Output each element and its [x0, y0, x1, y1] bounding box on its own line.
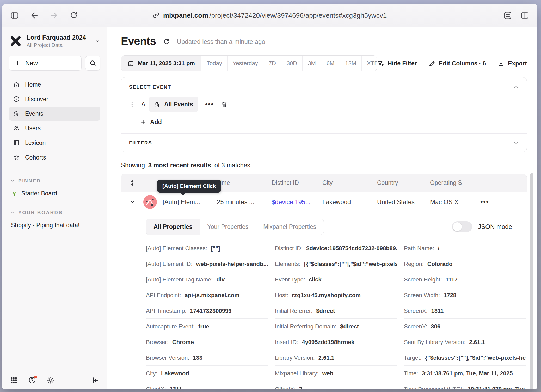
- sidebar-item-label: Events: [25, 110, 43, 117]
- range-12m[interactable]: 12M: [340, 56, 362, 71]
- add-event-button[interactable]: Add: [140, 119, 519, 126]
- workspace-subtitle: All Project Data: [27, 42, 90, 48]
- json-mode-label: JSON mode: [478, 223, 512, 230]
- property-value-link[interactable]: $device:1958754cdd7232-098b89...: [306, 245, 397, 252]
- forward-icon[interactable]: [50, 11, 59, 20]
- column-header-country[interactable]: Country: [377, 179, 430, 186]
- row-country: United States: [377, 198, 430, 206]
- event-selector-chip[interactable]: All Events: [149, 97, 198, 112]
- row-menu-icon[interactable]: •••: [473, 198, 496, 206]
- sidebar-item-label: Home: [25, 81, 41, 88]
- row-expander-chevron-icon[interactable]: [130, 199, 135, 205]
- chevron-down-icon[interactable]: [513, 140, 519, 146]
- property-label: Browser Version:: [146, 354, 189, 361]
- property-label: Path Name:: [404, 245, 434, 252]
- search-button[interactable]: [85, 56, 100, 71]
- column-header-time[interactable]: Time: [217, 179, 272, 186]
- property-value-link[interactable]: rzq1xu-f5.myshopify.com: [292, 292, 361, 299]
- chevron-up-icon[interactable]: [513, 84, 519, 90]
- range-30d[interactable]: 30D: [281, 56, 303, 71]
- drag-handle-icon[interactable]: [129, 101, 135, 108]
- json-mode-toggle[interactable]: [452, 221, 472, 232]
- refresh-icon[interactable]: [163, 38, 170, 45]
- row-event-name: [Auto] Elem...: [163, 198, 200, 206]
- row-city: Lakewood: [322, 198, 377, 206]
- column-header-city[interactable]: City: [322, 179, 377, 186]
- property-row: Target:{"$classes":[""],"$id":"web-pixel…: [404, 350, 526, 366]
- property-label: [Auto] Element Tag Name:: [146, 276, 213, 283]
- range-label: 6M: [327, 60, 335, 67]
- gear-icon[interactable]: [47, 376, 55, 384]
- column-header-distinct-id[interactable]: Distinct ID: [272, 179, 322, 186]
- trash-icon[interactable]: [221, 101, 228, 108]
- sidebar-item-home[interactable]: Home: [9, 77, 100, 91]
- new-button[interactable]: New: [9, 56, 82, 71]
- property-label: API Timestamp:: [146, 308, 186, 314]
- pinned-section-header[interactable]: PINNED: [9, 175, 100, 187]
- sidebar-item-starter-board[interactable]: Starter Board: [9, 187, 100, 200]
- your-boards-header-label: YOUR BOARDS: [18, 210, 63, 216]
- sidebar-item-users[interactable]: Users: [9, 121, 100, 135]
- property-row: API Endpoint:api-js.mixpanel.com: [146, 287, 268, 303]
- row-distinct-id-link[interactable]: $device:195...: [272, 198, 322, 206]
- reload-icon[interactable]: [69, 11, 78, 20]
- controls-row: Mar 11, 2025 3:31 pm Today Yesterday 7D …: [121, 55, 527, 71]
- help-button[interactable]: [28, 376, 36, 384]
- notification-dot: [34, 375, 38, 379]
- cursor-spark-icon: [154, 101, 161, 108]
- collapse-sidebar-icon[interactable]: [91, 376, 99, 384]
- range-today[interactable]: Today: [201, 56, 228, 71]
- results-summary: Showing 3 most recent results of 3 match…: [121, 162, 527, 169]
- collapse-rows-icon[interactable]: [129, 180, 136, 186]
- event-more-icon[interactable]: •••: [205, 100, 214, 108]
- sidebar-item-discover[interactable]: Discover: [9, 92, 100, 106]
- back-icon[interactable]: [30, 11, 39, 20]
- download-icon: [497, 60, 505, 67]
- date-range-control: Mar 11, 2025 3:31 pm Today Yesterday 7D …: [121, 55, 377, 71]
- address-bar[interactable]: mixpanel.com/project/3472420/view/397469…: [153, 11, 387, 19]
- tab-all-properties[interactable]: All Properties: [146, 219, 200, 235]
- hide-filter-button[interactable]: Hide Filter: [377, 60, 417, 67]
- cursor-click-icon: [13, 110, 20, 117]
- sidebar-item-label: Discover: [25, 96, 48, 103]
- sidebar-item-lexicon[interactable]: Lexicon: [9, 136, 100, 150]
- property-value: 1741732300999: [190, 308, 231, 314]
- apps-grid-icon[interactable]: [10, 376, 18, 384]
- your-boards-section-header[interactable]: YOUR BOARDS: [9, 207, 100, 218]
- sidebar-item-board-shopify[interactable]: Shopify - Piping that data!: [9, 218, 100, 232]
- property-value: {"$classes":[""],"$id":"web-pixels-hel..…: [425, 354, 526, 361]
- range-3m[interactable]: 3M: [303, 56, 321, 71]
- filters-section[interactable]: FILTERS: [121, 134, 527, 152]
- toggle-knob: [453, 222, 462, 231]
- property-value: /: [438, 245, 439, 252]
- workspace-switcher[interactable]: Lord Farquaad 2024 All Project Data: [9, 34, 100, 48]
- plus-icon: [14, 60, 21, 66]
- date-picker[interactable]: Mar 11, 2025 3:31 pm: [121, 56, 201, 71]
- range-xtd[interactable]: XTD: [362, 56, 377, 71]
- scrollbar-thumb[interactable]: [530, 173, 533, 389]
- range-label: Today: [207, 60, 222, 67]
- range-7d[interactable]: 7D: [263, 56, 281, 71]
- property-label: ScreenX:: [404, 308, 428, 314]
- property-label: Initial Referring Domain:: [275, 323, 336, 330]
- column-header-os[interactable]: Operating S: [430, 179, 473, 186]
- sidebar-item-cohorts[interactable]: Cohorts: [9, 150, 100, 164]
- property-value-link[interactable]: api-js.mixpanel.com: [185, 292, 239, 299]
- split-view-icon[interactable]: [520, 11, 530, 20]
- property-row: ScreenY:306: [404, 319, 526, 334]
- property-value: Chrome: [172, 339, 194, 346]
- range-yesterday[interactable]: Yesterday: [228, 56, 263, 71]
- export-button[interactable]: Export: [497, 60, 527, 67]
- page-settings-icon[interactable]: [503, 11, 512, 20]
- panel-toggle-icon[interactable]: [10, 11, 19, 20]
- tab-your-properties[interactable]: Your Properties: [200, 219, 256, 235]
- tab-mixpanel-properties[interactable]: Mixpanel Properties: [256, 219, 323, 235]
- edit-columns-button[interactable]: Edit Columns · 6: [428, 60, 486, 67]
- property-row: Region:Colorado: [404, 256, 526, 272]
- property-row: Elements:[{"$classes":[""],"$id":"web-pi…: [275, 256, 397, 272]
- property-row: Mixpanel Library:web: [275, 366, 397, 381]
- sidebar-item-events[interactable]: Events: [9, 107, 100, 121]
- range-6m[interactable]: 6M: [321, 56, 340, 71]
- range-label: 3M: [308, 60, 316, 67]
- sidebar-item-label: Cohorts: [25, 154, 46, 161]
